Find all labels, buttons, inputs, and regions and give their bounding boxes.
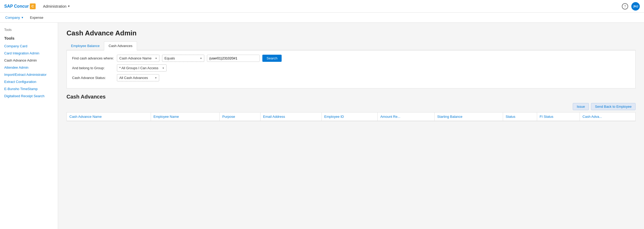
sidebar-item-ebunsho[interactable]: E-Bunsho TimeStamp <box>0 85 58 92</box>
second-nav: Company ▼ Expense <box>0 13 644 23</box>
sidebar-item-extract-config[interactable]: Extract Configuration <box>0 78 58 85</box>
search-row1-label: Find cash advances where: <box>72 56 114 60</box>
logo-sap: SAP Concur <box>4 4 29 9</box>
send-back-button[interactable]: Send Back to Employee <box>591 103 636 110</box>
top-nav-right: ? JHJ <box>622 2 640 11</box>
group-dropdown[interactable]: * All Groups I Can Access <box>117 64 167 72</box>
admin-menu-label: Administration <box>43 4 67 8</box>
tabs: Employee Balance Cash Advances <box>67 41 636 50</box>
tab-employee-balance[interactable]: Employee Balance <box>67 41 104 50</box>
sidebar-item-company-card[interactable]: Company Card <box>0 43 58 50</box>
operator-dropdown[interactable]: Equals <box>162 55 204 62</box>
logo-area: SAP Concur C <box>4 3 37 9</box>
main-layout: Tools Tools Company Card Card Integratio… <box>0 23 644 229</box>
col-cash-adva: Cash Adva... <box>580 113 636 121</box>
group-dropdown-wrapper: * All Groups I Can Access <box>117 64 167 72</box>
col-amount-re: Amount Re... <box>377 113 434 121</box>
field-dropdown-wrapper: Cash Advance Name <box>117 55 159 62</box>
sidebar-item-attendee-admin[interactable]: Attendee Admin <box>0 64 58 71</box>
tab-cash-advances[interactable]: Cash Advances <box>104 41 137 50</box>
sidebar-tools-breadcrumb: Tools <box>0 27 58 34</box>
col-fi-status: FI Status <box>537 113 580 121</box>
sidebar-item-card-integration[interactable]: Card Integration Admin <box>0 50 58 57</box>
sidebar: Tools Tools Company Card Card Integratio… <box>0 23 58 229</box>
sidebar-item-cash-advance-admin[interactable]: Cash Advance Admin <box>0 57 58 64</box>
col-employee-name: Employee Name <box>151 113 220 121</box>
chevron-down-icon: ▼ <box>21 16 24 19</box>
search-row-1: Find cash advances where: Cash Advance N… <box>72 55 630 62</box>
search-row-3: Cash Advance Status: All Cash Advances <box>72 74 630 81</box>
search-row-2: And belong to Group: * All Groups I Can … <box>72 64 630 72</box>
table-header-row: Cash Advance Name Employee Name Purpose … <box>67 113 636 121</box>
col-email-address: Email Address <box>260 113 321 121</box>
cash-advances-table: Cash Advance Name Employee Name Purpose … <box>67 112 636 121</box>
chevron-down-icon: ▼ <box>68 5 70 8</box>
page-title: Cash Advance Admin <box>67 29 636 37</box>
results-section: Cash Advances Issue Send Back to Employe… <box>67 94 636 121</box>
search-value-input[interactable] <box>207 55 260 62</box>
sidebar-section-title: Tools <box>0 34 58 43</box>
help-icon[interactable]: ? <box>622 3 628 10</box>
admin-menu[interactable]: Administration ▼ <box>43 4 70 8</box>
nav-company[interactable]: Company ▼ <box>4 16 25 20</box>
table-actions: Issue Send Back to Employee <box>67 103 636 110</box>
status-dropdown[interactable]: All Cash Advances <box>117 74 159 81</box>
user-avatar[interactable]: JHJ <box>631 2 640 11</box>
col-employee-id: Employee ID <box>321 113 377 121</box>
nav-expense[interactable]: Expense <box>29 16 45 20</box>
col-status: Status <box>503 113 537 121</box>
content-area: Cash Advance Admin Employee Balance Cash… <box>58 23 644 229</box>
col-purpose: Purpose <box>220 113 261 121</box>
search-row3-label: Cash Advance Status: <box>72 76 114 80</box>
issue-button[interactable]: Issue <box>573 103 589 110</box>
sidebar-item-digitalised-receipt[interactable]: Digitalised Receipt Search <box>0 92 58 100</box>
nav-company-label: Company <box>5 16 20 20</box>
sidebar-item-import-extract[interactable]: Import/Extract Administrator <box>0 71 58 78</box>
col-starting-balance: Starting Balance <box>434 113 503 121</box>
col-cash-advance-name: Cash Advance Name <box>67 113 151 121</box>
operator-dropdown-wrapper: Equals <box>162 55 204 62</box>
nav-expense-label: Expense <box>30 16 44 20</box>
top-nav: SAP Concur C Administration ▼ ? JHJ <box>0 0 644 13</box>
status-dropdown-wrapper: All Cash Advances <box>117 74 159 81</box>
search-row2-label: And belong to Group: <box>72 66 114 70</box>
logo-icon: C <box>30 3 36 9</box>
search-button[interactable]: Search <box>262 55 282 62</box>
results-section-title: Cash Advances <box>67 94 636 100</box>
search-panel: Find cash advances where: Cash Advance N… <box>67 50 636 88</box>
field-dropdown[interactable]: Cash Advance Name <box>117 55 159 62</box>
